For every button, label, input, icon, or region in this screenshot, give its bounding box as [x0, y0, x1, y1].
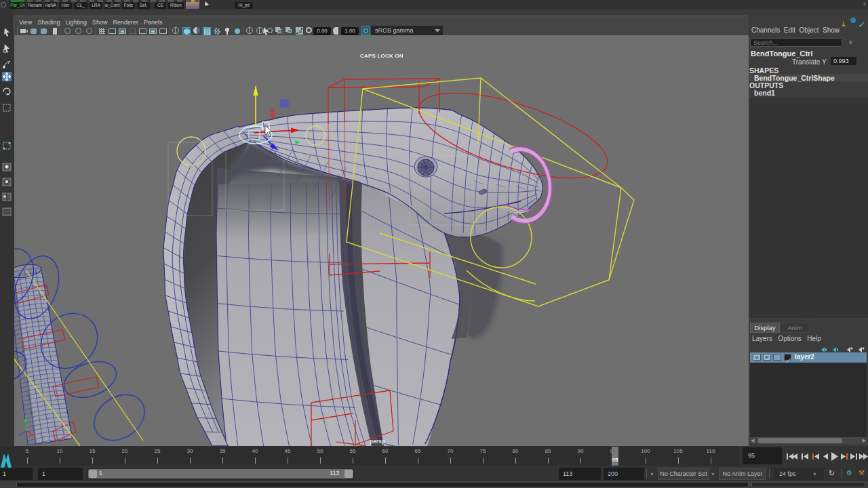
svg-text:persp: persp: [370, 438, 385, 445]
svg-text:CAPS LOCK ON: CAPS LOCK ON: [360, 53, 403, 59]
